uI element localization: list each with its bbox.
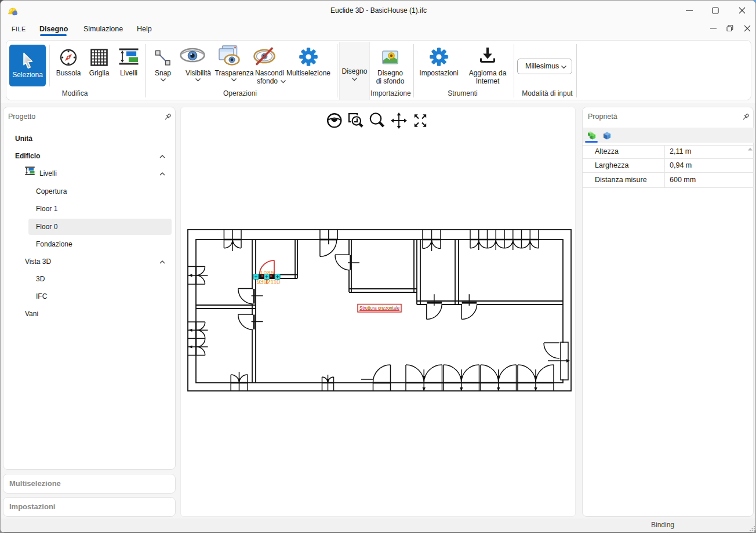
svg-text:Struttura orizzontale: Struttura orizzontale (359, 305, 399, 311)
svg-text:9392110: 9392110 (257, 278, 280, 285)
svg-text:1085: 1085 (260, 269, 275, 275)
